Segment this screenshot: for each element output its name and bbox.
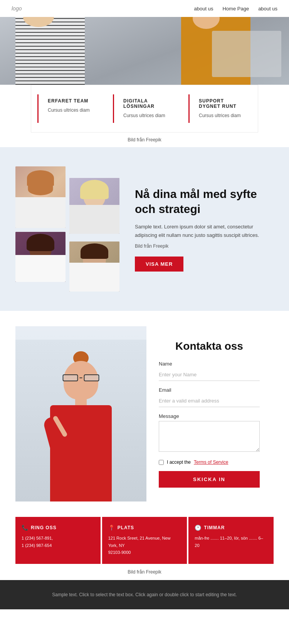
feature-item-1: ERFARET TEAM Cursus ultrices diam [37,94,101,123]
nav-links: about us Home Page about us [194,6,277,12]
team-desc: Sample text. Lorem ipsum dolor sit amet,… [135,223,274,240]
feature-desc-1: Cursus ultrices diam [48,107,91,114]
info-card-phone-text: 1 (234) 567-891, 1 (234) 987-654 [22,535,94,549]
team-title: Nå dina mål med syfte och strategi [135,186,274,216]
contact-photo [15,326,146,501]
footer-freepik-credit: Bild från Freepik [0,564,289,580]
location-icon: 📍 [108,525,115,531]
clock-icon: 🕐 [195,525,202,531]
info-cards: 📞 RING OSS 1 (234) 567-891, 1 (234) 987-… [0,517,289,564]
feature-item-3: SUPPORT DYGNET RUNT Cursus ultrices diam [188,94,252,123]
team-photo-3 [15,232,66,282]
info-card-location-text: 121 Rock Sreet, 21 Avenue, New York, NY … [108,535,181,556]
feature-title-3: SUPPORT DYGNET RUNT [199,98,242,109]
submit-button[interactable]: SKICKA IN [159,471,260,488]
team-photo-4 [69,242,119,292]
name-label: Name [159,361,260,367]
phone-icon: 📞 [22,525,29,531]
message-textarea[interactable] [159,421,260,452]
team-freepik-credit: Bild från Freepik [135,243,274,249]
info-card-phone-title: 📞 RING OSS [22,525,94,531]
contact-section: Kontakta oss Name Email Message I accept… [15,326,274,501]
footer: Sample text. Click to select the text bo… [0,580,289,609]
nav-link-about-us-1[interactable]: about us [194,6,213,12]
info-card-location: 📍 PLATS 121 Rock Sreet, 21 Avenue, New Y… [102,517,187,564]
logo: logo [12,5,22,12]
team-photo-2 [69,178,119,234]
nav-link-home-page[interactable]: Home Page [222,6,249,12]
message-label: Message [159,413,260,419]
contact-form-area: Kontakta oss Name Email Message I accept… [146,326,274,501]
feature-title-1: ERFARET TEAM [48,98,91,104]
photo-col-right [69,166,119,292]
tos-link[interactable]: Terms of Service [194,460,228,465]
tos-row: I accept the Terms of Service [159,460,260,465]
contact-title: Kontakta oss [159,340,260,352]
navbar: logo about us Home Page about us [0,0,289,17]
nav-link-about-us-2[interactable]: about us [258,6,277,12]
info-card-location-title: 📍 PLATS [108,525,181,531]
tos-text: I accept the [167,460,191,465]
name-input[interactable] [159,369,260,381]
feature-desc-2: Cursus ultrices diam [123,112,167,119]
team-photo-1 [15,166,66,228]
team-content: Nå dina mål med syfte och strategi Sampl… [127,186,274,272]
info-card-hours: 🕐 TIMMAR mån-fre ....... 11–20, lör, sön… [188,517,274,564]
team-section: Nå dina mål med syfte och strategi Sampl… [0,147,289,311]
email-input[interactable] [159,395,260,407]
features-strip: ERFARET TEAM Cursus ultrices diam DIGITA… [31,85,258,132]
info-card-hours-title: 🕐 TIMMAR [195,525,267,531]
email-label: Email [159,387,260,393]
visa-mer-button[interactable]: VISA MER [135,257,183,272]
feature-title-2: DIGITALA LÖSNINGAR [123,98,167,109]
footer-text: Sample text. Click to select the text bo… [15,591,274,599]
info-card-hours-text: mån-fre ....... 11–20, lör, sön ....... … [195,535,267,549]
feature-desc-3: Cursus ultrices diam [199,112,242,119]
photo-col-left [15,166,66,292]
team-photos [15,166,119,292]
hero-credit: Bild från Freepik [0,132,289,147]
feature-item-2: DIGITALA LÖSNINGAR Cursus ultrices diam [113,94,176,123]
info-card-phone: 📞 RING OSS 1 (234) 567-891, 1 (234) 987-… [15,517,101,564]
tos-checkbox[interactable] [159,460,164,465]
